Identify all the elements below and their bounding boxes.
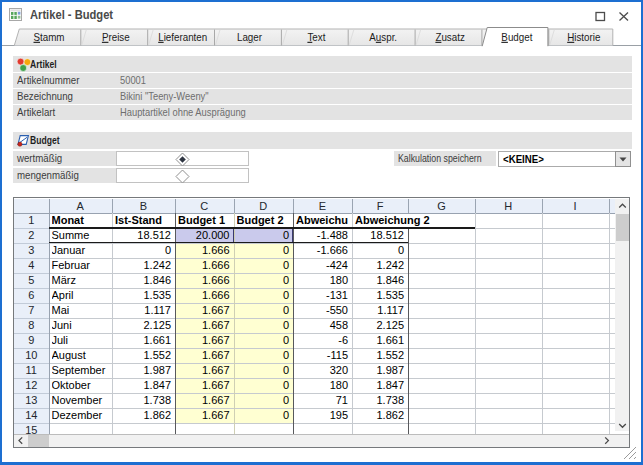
- svg-text:Preise: Preise: [102, 31, 130, 43]
- svg-text:Lieferanten: Lieferanten: [158, 31, 207, 43]
- svg-text:Stamm: Stamm: [34, 31, 65, 43]
- svg-text:Auspr.: Auspr.: [369, 31, 397, 43]
- svg-text:Budget: Budget: [501, 31, 532, 43]
- svg-text:Historie: Historie: [567, 31, 600, 43]
- svg-text:Zusatz: Zusatz: [435, 31, 464, 43]
- svg-text:Lager: Lager: [237, 31, 262, 43]
- svg-text:Text: Text: [307, 31, 325, 43]
